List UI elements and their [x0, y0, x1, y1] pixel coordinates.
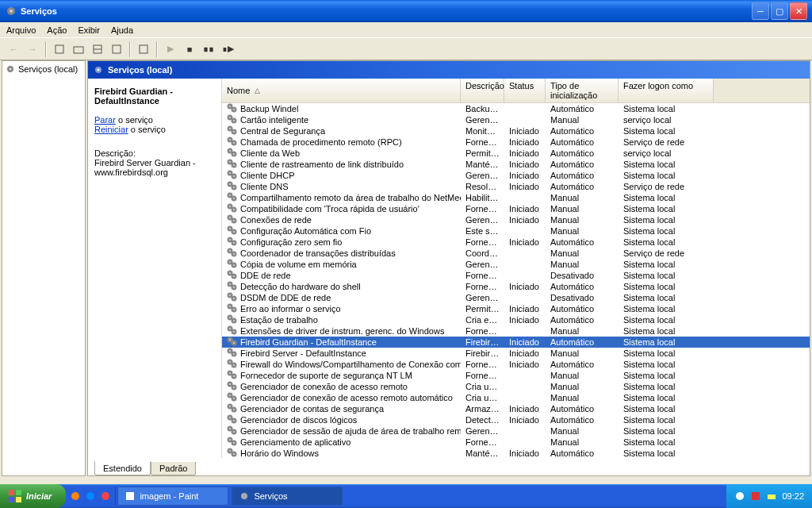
toolbar-button[interactable]	[51, 40, 68, 58]
quick-launch	[66, 487, 116, 506]
service-row[interactable]: Configuração Automática com FioEste serv…	[222, 225, 810, 237]
grid-body[interactable]: Backup WindelBackup W...AutomáticoSistem…	[222, 103, 810, 458]
cell-status: Iniciado	[504, 282, 546, 291]
maximize-button[interactable]: ▢	[771, 2, 788, 20]
menu-arquivo[interactable]: Arquivo	[6, 25, 36, 35]
service-row[interactable]: Detecção do hardware do shellFornece ...…	[222, 281, 810, 292]
cell-desc: Fornece s...	[461, 360, 504, 369]
col-startup[interactable]: Tipo de inicialização	[546, 79, 619, 102]
cell-startup: Manual	[546, 193, 619, 202]
service-row[interactable]: Conexões de redeGerencia ...IniciadoManu…	[222, 214, 810, 225]
quicklaunch-icon[interactable]	[84, 490, 97, 502]
cell-status: Iniciado	[504, 148, 546, 158]
toolbar-button[interactable]	[70, 40, 87, 58]
svg-point-42	[229, 183, 231, 185]
service-row[interactable]: Gerenciamento de aplicativoFornece s...M…	[222, 437, 810, 448]
grid-header: Nome△ Descrição Status Tipo de inicializ…	[222, 79, 810, 103]
service-row[interactable]: Gerenciador de discos lógicosDetecta e..…	[222, 414, 810, 425]
cell-logon: Sistema local	[619, 171, 714, 180]
quicklaunch-icon[interactable]	[99, 490, 112, 502]
cell-desc: Permite q...	[461, 148, 504, 158]
service-row[interactable]: DSDM de DDE de redeGerencia ...Desativad…	[222, 292, 810, 303]
restart-button[interactable]: ∎▶	[219, 40, 236, 58]
cell-name: Horário do Windows	[222, 447, 461, 458]
back-button[interactable]: ←	[5, 40, 22, 58]
service-row[interactable]: Compartilhamento remoto da área de traba…	[222, 192, 810, 203]
tray-icon[interactable]	[750, 491, 761, 502]
svg-point-138	[229, 450, 231, 452]
svg-point-31	[233, 153, 235, 155]
service-row[interactable]: Cliente de rastreamento de link distribu…	[222, 159, 810, 170]
service-row[interactable]: Compatibilidade com 'Troca rápida de usu…	[222, 203, 810, 214]
tree-root-item[interactable]: Serviços (local)	[5, 64, 82, 75]
service-row[interactable]: Firewall do Windows/Compartilhamento de …	[222, 359, 810, 370]
service-row[interactable]: Cliente DNSResolve e...IniciadoAutomátic…	[222, 181, 810, 192]
menu-ajuda[interactable]: Ajuda	[111, 25, 133, 35]
service-row[interactable]: Estação de trabalhoCria e ma...IniciadoA…	[222, 314, 810, 325]
taskbar-item-paint[interactable]: imagem - Paint	[117, 487, 228, 506]
svg-point-70	[229, 261, 231, 263]
restart-link[interactable]: Reiniciar	[94, 125, 128, 134]
svg-rect-162	[752, 492, 760, 500]
service-row[interactable]: DDE de redeFornece t...DesativadoSistema…	[222, 270, 810, 281]
cell-status: Iniciado	[504, 415, 546, 425]
menu-exibir[interactable]: Exibir	[78, 25, 100, 35]
svg-point-94	[229, 328, 231, 329]
service-row[interactable]: Configuração zero sem fioFornece c...Ini…	[222, 237, 810, 248]
tray-icon[interactable]	[734, 491, 745, 502]
cell-startup: Manual	[546, 226, 619, 236]
service-row[interactable]: Gerenciador de conexão de acesso remotoC…	[222, 381, 810, 392]
service-row[interactable]: Horário do WindowsMantém s...IniciadoAut…	[222, 448, 810, 458]
close-button[interactable]: ✕	[790, 2, 807, 20]
svg-point-135	[233, 442, 235, 444]
stop-button[interactable]: ■	[181, 40, 198, 58]
stop-link[interactable]: Parar	[94, 115, 116, 125]
quicklaunch-icon[interactable]	[69, 490, 82, 502]
service-row[interactable]: Firebird Server - DefaultInstanceFirebir…	[222, 348, 810, 359]
clock[interactable]: 09:22	[782, 491, 804, 501]
col-logon[interactable]: Fazer logon como	[619, 79, 714, 102]
service-row[interactable]: Cliente da WebPermite q...IniciadoAutomá…	[222, 148, 810, 159]
service-row[interactable]: Cliente DHCPGerencia ...IniciadoAutomáti…	[222, 170, 810, 181]
service-row[interactable]: Gerenciador de contas de segurançaArmaze…	[222, 403, 810, 414]
toolbar-button[interactable]	[108, 40, 125, 58]
service-row[interactable]: Fornecedor de suporte de segurança NT LM…	[222, 370, 810, 381]
svg-point-75	[233, 275, 235, 277]
service-row[interactable]: Cartão inteligenteGerencia ...Manualserv…	[222, 114, 810, 125]
minimize-button[interactable]: ─	[752, 2, 769, 20]
svg-point-34	[229, 161, 231, 163]
col-desc[interactable]: Descrição	[461, 79, 504, 102]
col-status[interactable]: Status	[504, 79, 546, 102]
detail-pane: Firebird Guardian - DefaultInstance Para…	[88, 79, 221, 458]
cell-desc: Gerencia ...	[461, 260, 504, 269]
cell-logon: Sistema local	[619, 448, 714, 458]
svg-point-119	[233, 398, 235, 399]
svg-point-15	[233, 109, 235, 110]
service-row[interactable]: Erro ao informar o serviçoPermite in...I…	[222, 303, 810, 314]
forward-button[interactable]: →	[24, 40, 41, 58]
menu-acao[interactable]: Ação	[47, 25, 67, 35]
taskbar-item-services[interactable]: Serviços	[232, 487, 343, 506]
service-row[interactable]: Chamada de procedimento remoto (RPC)Forn…	[222, 137, 810, 148]
tab-extended[interactable]: Estendido	[94, 461, 151, 475]
pause-button[interactable]: ∎∎	[200, 40, 217, 58]
service-row[interactable]: Extensões de driver de instrum. gerenc. …	[222, 325, 810, 337]
service-row[interactable]: Central de SegurançaMonitora ...Iniciado…	[222, 125, 810, 137]
service-row[interactable]: Gerenciador de sessão de ajuda de área d…	[222, 425, 810, 437]
cell-desc: Monitora ...	[461, 126, 504, 136]
help-button[interactable]	[135, 40, 152, 58]
toolbar-button[interactable]	[89, 40, 106, 58]
service-row[interactable]: Gerenciador de conexão de acesso remoto …	[222, 392, 810, 403]
cell-status: Iniciado	[504, 304, 546, 314]
service-row[interactable]: Backup WindelBackup W...AutomáticoSistem…	[222, 103, 810, 114]
service-row[interactable]: Coordenador de transações distribuídasCo…	[222, 248, 810, 259]
tab-standard[interactable]: Padrão	[151, 462, 196, 475]
service-row[interactable]: Cópia de volume em memóriaGerencia ...Ma…	[222, 259, 810, 270]
play-button[interactable]: ▶	[162, 40, 179, 58]
cell-startup: Manual	[546, 326, 619, 336]
start-button[interactable]: Iniciar	[0, 484, 66, 508]
col-name[interactable]: Nome△	[222, 79, 461, 102]
tray-icon[interactable]	[766, 491, 777, 502]
service-row[interactable]: Firebird Guardian - DefaultInstanceFireb…	[222, 337, 810, 348]
svg-point-59	[233, 231, 235, 233]
